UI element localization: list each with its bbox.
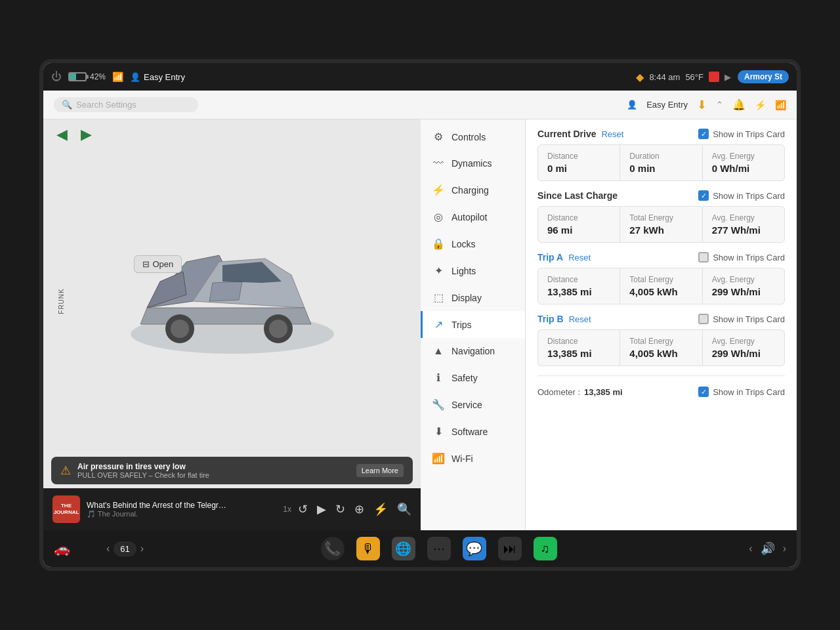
trip-a-show-trips[interactable]: Show in Trips Card — [698, 252, 785, 262]
stop-icon[interactable] — [709, 72, 719, 82]
sidebar-item-navigation[interactable]: ▲ Navigation — [421, 338, 525, 364]
alert-banner: ⚠ Air pressure in tires very low PULL OV… — [51, 457, 413, 484]
odometer-checkbox[interactable] — [698, 387, 709, 397]
media-info: What's Behind the Arrest of the Telegr… … — [87, 501, 276, 518]
sidebar-item-safety[interactable]: ℹ Safety — [421, 364, 525, 391]
software-icon: ⬇ — [432, 425, 445, 438]
replay-button[interactable]: ↺ — [298, 502, 308, 516]
prev-temp-button[interactable]: ‹ — [106, 543, 110, 555]
sidebar-item-service[interactable]: 🔧 Service — [421, 391, 525, 418]
current-drive-reset[interactable]: Reset — [601, 129, 623, 139]
sidebar-item-display[interactable]: ⬚ Display — [421, 284, 525, 311]
trip-b-header: Trip B Reset Show in Trips Card — [537, 314, 785, 324]
odometer-label: Odometer : — [537, 387, 580, 397]
spotify-icon[interactable]: ♫ — [534, 537, 557, 560]
next-volume-button[interactable]: › — [783, 543, 786, 555]
media-speed[interactable]: 1x — [283, 505, 291, 514]
top-status-bar: ⏻ 42% 📶 👤 Easy Entry ◆ 8:44 am 56°F — [43, 63, 797, 91]
nav-destination[interactable]: Armory St — [738, 70, 789, 83]
trip-b-avg-energy-value: 299 Wh/mi — [712, 348, 775, 359]
since-last-charge-section: Since Last Charge Show in Trips Card Dis… — [537, 190, 785, 243]
download-icon[interactable]: ⬇ — [697, 98, 707, 112]
sidebar-item-lights[interactable]: ✦ Lights — [421, 257, 525, 284]
controls-label: Controls — [452, 132, 486, 142]
trip-b-title: Trip B — [537, 314, 564, 324]
alert-subtitle: PULL OVER SAFELY – Check for flat tire — [77, 471, 350, 479]
car-taskbar-icon[interactable]: 🚗 — [54, 541, 70, 556]
slc-distance-label: Distance — [547, 213, 610, 222]
autopilot-icon: ◎ — [432, 211, 445, 223]
sidebar-item-trips[interactable]: ↗ Trips — [421, 311, 525, 338]
trip-a-checkbox[interactable] — [698, 252, 709, 262]
play-button[interactable]: ▶ — [317, 502, 326, 516]
odometer-show-trips[interactable]: Show in Trips Card — [698, 387, 785, 397]
equalizer-button[interactable]: ⚡ — [373, 502, 388, 516]
sidebar-item-software[interactable]: ⬇ Software — [421, 418, 525, 445]
trip-b-avg-energy: Avg. Energy 299 Wh/mi — [703, 330, 784, 366]
prev-volume-button[interactable]: ‹ — [749, 543, 752, 555]
trip-b-show-trips[interactable]: Show in Trips Card — [698, 314, 785, 324]
navigation-label: Navigation — [452, 346, 495, 356]
trips-label: Trips — [452, 320, 472, 330]
browser-icon[interactable]: 🌐 — [392, 537, 415, 560]
next-arrow[interactable]: ▶ — [81, 126, 92, 143]
sidebar-item-locks[interactable]: 🔒 Locks — [421, 230, 525, 257]
locks-icon: 🔒 — [432, 238, 445, 250]
media-title: What's Behind the Arrest of the Telegr… — [87, 501, 276, 510]
lights-icon: ✦ — [432, 264, 445, 277]
since-last-charge-show-trips[interactable]: Show in Trips Card — [698, 190, 785, 201]
open-label: Open — [153, 259, 174, 269]
bluetooth-icon[interactable]: ⚡ — [755, 100, 766, 110]
car-controls: ◀ ▶ — [43, 119, 421, 150]
volume-section[interactable]: 🔊 — [761, 541, 775, 556]
trip-a-reset[interactable]: Reset — [568, 253, 591, 262]
taskbar-right: ‹ 🔊 › — [734, 541, 786, 556]
current-drive-show-trips[interactable]: Show in Trips Card — [698, 129, 785, 139]
sidebar-item-dynamics[interactable]: 〰 Dynamics — [421, 150, 525, 177]
sidebar-item-wifi[interactable]: 📶 Wi-Fi — [421, 445, 525, 472]
chevron-up-icon[interactable]: ⌃ — [716, 100, 723, 110]
phone-icon[interactable]: 📞 — [321, 537, 345, 560]
prev-arrow[interactable]: ◀ — [56, 126, 68, 143]
trip-a-show-label: Show in Trips Card — [713, 253, 785, 262]
search-media-button[interactable]: 🔍 — [397, 502, 411, 516]
power-icon[interactable]: ⏻ — [51, 71, 62, 83]
display-icon: ⬚ — [432, 291, 445, 304]
forward-button[interactable]: ↻ — [335, 502, 345, 516]
trip-b-distance-value: 13,385 mi — [547, 348, 610, 359]
left-panel: ◀ ▶ FRUNK — [43, 119, 421, 530]
more-apps-icon[interactable]: ⋯ — [427, 537, 451, 560]
trip-b-checkbox[interactable] — [698, 314, 709, 324]
service-icon: 🔧 — [432, 398, 445, 411]
car-illustration — [108, 222, 357, 380]
since-last-charge-show-label: Show in Trips Card — [713, 191, 785, 201]
autopilot-label: Autopilot — [452, 212, 487, 222]
search-box[interactable]: 🔍 Search Settings — [54, 97, 198, 112]
sidebar-item-charging[interactable]: ⚡ Charging — [421, 177, 525, 203]
sidebar-item-controls[interactable]: ⚙ Controls — [421, 123, 525, 150]
learn-more-button[interactable]: Learn More — [356, 464, 404, 477]
trips-icon: ↗ — [432, 318, 445, 331]
add-button[interactable]: ⊕ — [354, 502, 364, 516]
open-frunk-button[interactable]: ⊟ Open — [134, 255, 182, 273]
podcast-taskbar-icon[interactable]: 🎙 — [356, 537, 380, 560]
media-taskbar-icon[interactable]: ⏭ — [498, 537, 522, 560]
messages-icon[interactable]: 💬 — [463, 537, 486, 560]
since-last-charge-checkbox[interactable] — [698, 190, 709, 201]
trip-b-show-label: Show in Trips Card — [713, 314, 785, 324]
current-drive-distance: Distance 0 mi — [538, 145, 620, 180]
duration-value: 0 min — [629, 163, 692, 174]
trip-b-reset[interactable]: Reset — [569, 314, 591, 324]
battery-icon — [68, 72, 87, 81]
svg-point-2 — [171, 320, 189, 338]
temperature-badge[interactable]: 61 — [114, 541, 136, 556]
sidebar-item-autopilot[interactable]: ◎ Autopilot — [421, 203, 525, 230]
trip-b-section: Trip B Reset Show in Trips Card Distance… — [537, 314, 785, 366]
bell-icon[interactable]: 🔔 — [732, 98, 746, 111]
trip-b-avg-energy-label: Avg. Energy — [712, 337, 775, 346]
current-drive-checkbox[interactable] — [698, 129, 709, 139]
trip-a-distance: Distance 13,385 mi — [538, 268, 620, 304]
trip-b-total-energy-value: 4,005 kWh — [629, 348, 692, 359]
avg-energy-label: Avg. Energy — [712, 152, 775, 161]
signal-bars-icon[interactable]: 📶 — [775, 100, 786, 110]
